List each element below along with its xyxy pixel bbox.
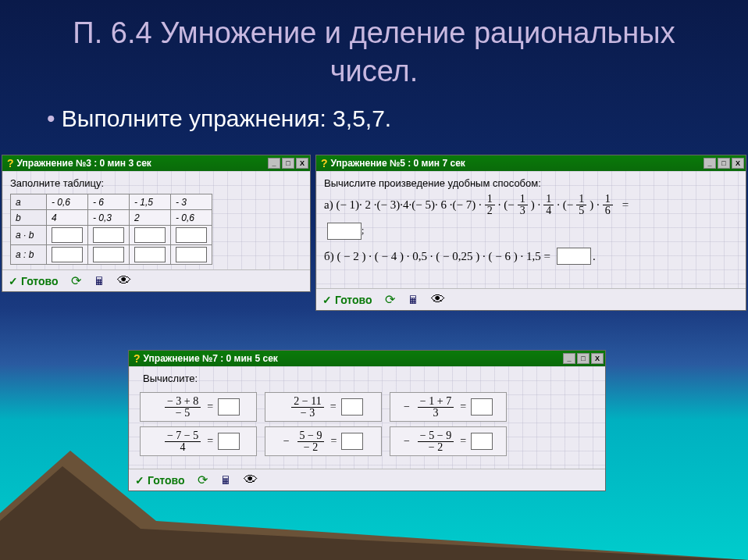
answer-input[interactable] <box>218 433 240 450</box>
toolbar: Готово ⟳ 🖩 👁 <box>316 288 746 310</box>
expression-a: а) (− 1)· 2 ·(− 3)·4·(− 5)· 6 ·(− 7) · 1… <box>324 194 738 216</box>
help-icon[interactable]: ? <box>134 352 141 365</box>
exercise-7-window: ? Упражнение №7 : 0 мин 5 сек _ □ X Вычи… <box>128 350 606 491</box>
expression-cell: −− 5 − 9− 2= <box>390 426 507 456</box>
eye-icon[interactable]: 👁 <box>431 291 445 308</box>
maximize-button[interactable]: □ <box>718 158 730 169</box>
help-icon[interactable]: ? <box>7 157 14 169</box>
eye-icon[interactable]: 👁 <box>244 472 258 488</box>
toolbar: Готово ⟳ 🖩 👁 <box>2 269 310 291</box>
expression-cell: − 3 + 8− 5= <box>140 392 257 422</box>
ready-button[interactable]: Готово <box>135 474 185 487</box>
calculator-icon[interactable]: 🖩 <box>220 474 231 487</box>
answer-input[interactable] <box>471 398 493 416</box>
answer-input[interactable] <box>341 433 363 450</box>
answer-input[interactable] <box>134 247 166 262</box>
minimize-button[interactable]: _ <box>268 158 280 169</box>
expression-cell: − 7 − 54= <box>140 426 257 456</box>
answer-input[interactable] <box>52 227 83 243</box>
expression-cell: 2 − 11− 3= <box>265 392 382 422</box>
table-row: a : b <box>11 245 212 265</box>
answer-input[interactable] <box>176 227 207 243</box>
expression-cell: −5 − 9− 2= <box>265 426 382 456</box>
prompt-text: Заполните таблицу: <box>10 177 302 189</box>
answer-input[interactable] <box>176 247 207 262</box>
answer-input[interactable] <box>327 223 362 240</box>
table-row: b 4 - 0,3 2 - 0,6 <box>11 210 212 226</box>
answer-input[interactable] <box>93 227 124 243</box>
maximize-button[interactable]: □ <box>282 158 294 169</box>
minimize-button[interactable]: _ <box>703 158 716 169</box>
answer-input[interactable] <box>557 248 591 265</box>
answer-input[interactable] <box>52 247 83 262</box>
refresh-icon[interactable]: ⟳ <box>198 473 208 487</box>
exercise-3-window: ? Упражнение №3 : 0 мин 3 сек _ □ X Запо… <box>2 155 311 292</box>
exercise-5-window: ? Упражнение №5 : 0 мин 7 сек _ □ X Вычи… <box>315 155 746 311</box>
close-button[interactable]: X <box>296 158 308 169</box>
answer-input[interactable] <box>471 433 493 450</box>
refresh-icon[interactable]: ⟳ <box>385 292 395 307</box>
answer-input[interactable] <box>341 398 363 416</box>
table-row: a · b <box>11 226 212 245</box>
ready-button[interactable]: Готово <box>322 294 372 306</box>
minimize-button[interactable]: _ <box>563 353 575 364</box>
window-title: Упражнение №5 : 0 мин 7 сек <box>331 158 702 169</box>
expression-cell: −− 1 + 73= <box>390 392 507 422</box>
expression-b: б) ( − 2 ) · ( − 4 ) · 0,5 · ( − 0,25 ) … <box>324 248 738 265</box>
close-button[interactable]: X <box>591 353 604 364</box>
prompt-text: Вычислите произведение удобным способом: <box>324 177 738 189</box>
titlebar[interactable]: ? Упражнение №7 : 0 мин 5 сек _ □ X <box>129 351 605 366</box>
expression-grid: − 3 + 8− 5= 2 − 11− 3= −− 1 + 73= − 7 − … <box>137 389 597 459</box>
window-title: Упражнение №7 : 0 мин 5 сек <box>144 353 561 364</box>
toolbar: Готово ⟳ 🖩 👁 <box>129 469 605 490</box>
fill-table: a - 0,6 - 6 - 1,5 - 3 b 4 - 0,3 2 - 0,6 … <box>10 194 212 265</box>
slide-bullet: Выполните упражнения: 3,5,7. <box>0 99 748 144</box>
help-icon[interactable]: ? <box>321 157 328 169</box>
answer-input[interactable] <box>218 398 240 416</box>
titlebar[interactable]: ? Упражнение №3 : 0 мин 3 сек _ □ X <box>2 155 310 171</box>
calculator-icon[interactable]: 🖩 <box>408 294 419 306</box>
calculator-icon[interactable]: 🖩 <box>94 275 105 287</box>
slide-title: П. 6.4 Умножение и деление рациональных … <box>0 0 748 99</box>
close-button[interactable]: X <box>732 158 744 169</box>
maximize-button[interactable]: □ <box>577 353 589 364</box>
eye-icon[interactable]: 👁 <box>117 273 131 289</box>
answer-input[interactable] <box>93 247 124 262</box>
prompt-text: Вычислите: <box>137 373 597 384</box>
refresh-icon[interactable]: ⟳ <box>71 273 81 288</box>
ready-button[interactable]: Готово <box>9 275 59 287</box>
answer-input[interactable] <box>134 227 166 243</box>
table-row: a - 0,6 - 6 - 1,5 - 3 <box>11 194 212 210</box>
titlebar[interactable]: ? Упражнение №5 : 0 мин 7 сек _ □ X <box>316 155 746 171</box>
window-title: Упражнение №3 : 0 мин 3 сек <box>17 158 266 169</box>
